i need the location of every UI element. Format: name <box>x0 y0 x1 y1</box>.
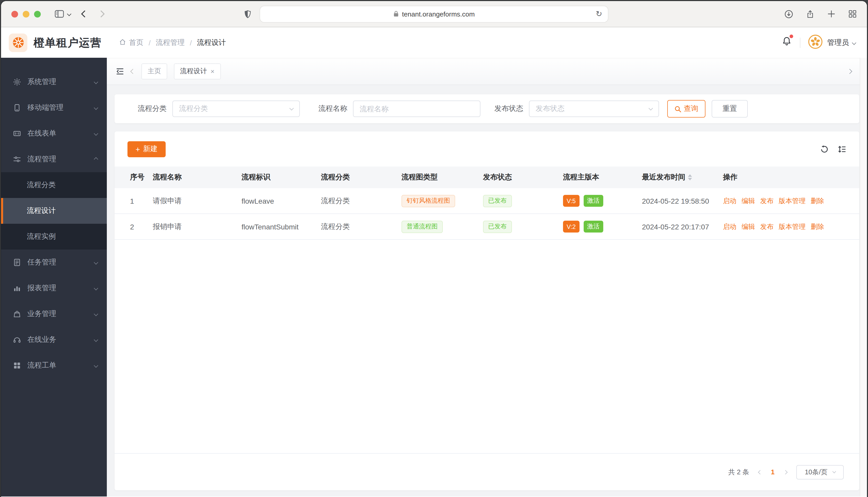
window-zoom-button[interactable] <box>34 11 41 17</box>
forward-button[interactable] <box>98 10 105 17</box>
form-icon <box>13 129 21 138</box>
tab-overview-icon[interactable] <box>849 10 857 18</box>
sidebar-item-process-category[interactable]: 流程分类 <box>1 172 107 198</box>
grid-icon <box>13 361 21 370</box>
breadcrumb-home[interactable]: 首页 <box>119 38 143 47</box>
table-empty-area <box>114 240 859 454</box>
window-minimize-button[interactable] <box>23 11 29 17</box>
action-edit[interactable]: 编辑 <box>742 222 755 231</box>
action-version-manage[interactable]: 版本管理 <box>779 222 805 231</box>
back-button[interactable] <box>81 10 88 17</box>
chevron-down-icon <box>94 338 98 342</box>
filter-name-label: 流程名称 <box>318 104 347 113</box>
tabs-scroll-right-icon[interactable] <box>847 69 852 74</box>
chevron-down-icon <box>94 286 98 290</box>
tabs-scroll-left-icon[interactable] <box>130 69 136 74</box>
filter-name-input[interactable] <box>353 101 480 117</box>
sidebar-item-online-business[interactable]: 在线业务 <box>1 327 107 353</box>
sidebar-item-process-workorder[interactable]: 流程工单 <box>1 353 107 379</box>
sidebar-item-online-forms[interactable]: 在线表单 <box>1 120 107 146</box>
table-panel: + 新建 <box>114 131 859 490</box>
page-size-select[interactable]: 10条/页 <box>796 465 844 479</box>
column-header: 序号 <box>130 173 153 182</box>
row-height-icon[interactable] <box>838 145 846 153</box>
action-version-manage[interactable]: 版本管理 <box>779 196 805 205</box>
column-header: 流程分类 <box>321 173 401 182</box>
reload-icon[interactable]: ↻ <box>596 9 602 18</box>
diagram-type-tag: 普通流程图 <box>401 221 443 233</box>
sidebar-item-business-management[interactable]: 业务管理 <box>1 301 107 327</box>
breadcrumb-item[interactable]: 首页 <box>129 38 143 47</box>
cell-category: 流程分类 <box>321 196 401 205</box>
chevron-down-icon <box>94 80 98 84</box>
sidebar-item-report-management[interactable]: 报表管理 <box>1 275 107 301</box>
pagination-prev-icon[interactable] <box>759 470 762 473</box>
tab-home[interactable]: 主页 <box>141 63 167 79</box>
tab-bar: 主页 流程设计 × <box>107 58 867 85</box>
table-toolbar: + 新建 <box>114 131 859 167</box>
sidebar-item-system-management[interactable]: 系统管理 <box>1 69 107 95</box>
reset-button[interactable]: 重置 <box>712 100 748 117</box>
new-tab-icon[interactable] <box>827 10 836 18</box>
chevron-down-icon <box>649 106 653 110</box>
cell-index: 1 <box>130 197 153 205</box>
filter-category-select[interactable]: 流程分类 <box>173 101 300 117</box>
pagination: 共 2 条 1 10条/页 <box>114 454 859 490</box>
sidebar-menu-chevron-icon[interactable] <box>67 12 71 16</box>
version-tag: V:5 <box>563 195 579 207</box>
action-start[interactable]: 启动 <box>723 196 736 205</box>
column-header: 操作 <box>723 173 844 182</box>
search-button[interactable]: 查询 <box>667 100 705 117</box>
create-button[interactable]: + 新建 <box>127 141 166 157</box>
tab-process-design[interactable]: 流程设计 × <box>174 63 221 79</box>
table-row: 2 报销申请 flowTenantSubmit 流程分类 普通流程图 已发布 V… <box>114 214 859 240</box>
plus-icon: + <box>136 145 140 153</box>
sort-carets-icon[interactable] <box>688 174 692 181</box>
sidebar-toggle-icon[interactable] <box>55 10 64 18</box>
sidebar-item-process-management[interactable]: 流程管理 <box>1 146 107 172</box>
action-publish[interactable]: 发布 <box>760 222 774 231</box>
user-avatar[interactable] <box>808 34 823 51</box>
close-tab-icon[interactable]: × <box>210 67 215 75</box>
cell-process-key: flowLeave <box>242 197 321 205</box>
app-logo <box>9 33 27 52</box>
column-header: 流程名称 <box>153 173 242 182</box>
action-delete[interactable]: 删除 <box>811 222 824 231</box>
notifications-button[interactable] <box>781 36 792 49</box>
filter-status-select[interactable]: 发布状态 <box>529 101 659 117</box>
share-icon[interactable] <box>806 10 814 18</box>
sidebar-item-task-management[interactable]: 任务管理 <box>1 250 107 275</box>
filter-panel: 流程分类 流程分类 流程名称 发布状态 发布状态 <box>114 94 859 123</box>
user-menu-chevron-icon[interactable] <box>852 41 856 45</box>
privacy-shield-icon[interactable] <box>244 10 251 20</box>
sidebar: 系统管理 移动端管理 <box>1 58 107 496</box>
page-scrollbar[interactable] <box>860 58 867 496</box>
table-header-row: 序号 流程名称 流程标识 流程分类 流程图类型 发布状态 流程主版本 最近发布时… <box>114 167 859 188</box>
breadcrumb-item-current: 流程设计 <box>197 38 226 47</box>
sidebar-item-mobile-management[interactable]: 移动端管理 <box>1 95 107 120</box>
refresh-icon[interactable] <box>820 145 829 153</box>
downloads-icon[interactable] <box>784 10 793 18</box>
collapse-menu-icon[interactable] <box>115 67 124 75</box>
app-header: 橙单租户运营 首页 / 流程管理 / 流程设计 <box>1 27 867 58</box>
breadcrumb: 首页 / 流程管理 / 流程设计 <box>119 38 226 47</box>
pagination-current-page[interactable]: 1 <box>771 468 775 476</box>
user-name[interactable]: 管理员 <box>827 38 849 47</box>
chevron-down-icon <box>94 260 98 265</box>
action-delete[interactable]: 删除 <box>811 196 824 205</box>
action-start[interactable]: 启动 <box>723 222 736 231</box>
column-header: 流程图类型 <box>401 173 483 182</box>
action-edit[interactable]: 编辑 <box>742 196 755 205</box>
address-bar[interactable]: tenant.orangeforms.com ↻ <box>260 6 608 23</box>
action-publish[interactable]: 发布 <box>760 196 774 205</box>
column-header-sortable[interactable]: 最近发布时间 <box>642 173 723 182</box>
chevron-down-icon <box>94 131 98 136</box>
sidebar-item-process-design[interactable]: 流程设计 <box>1 198 107 224</box>
breadcrumb-item[interactable]: 流程管理 <box>156 38 185 47</box>
chevron-down-icon <box>94 364 98 368</box>
app-title: 橙单租户运营 <box>33 35 102 50</box>
pagination-next-icon[interactable] <box>784 470 787 473</box>
publish-status-tag: 已发布 <box>483 221 512 233</box>
sidebar-item-process-instance[interactable]: 流程实例 <box>1 224 107 250</box>
window-close-button[interactable] <box>11 11 18 17</box>
